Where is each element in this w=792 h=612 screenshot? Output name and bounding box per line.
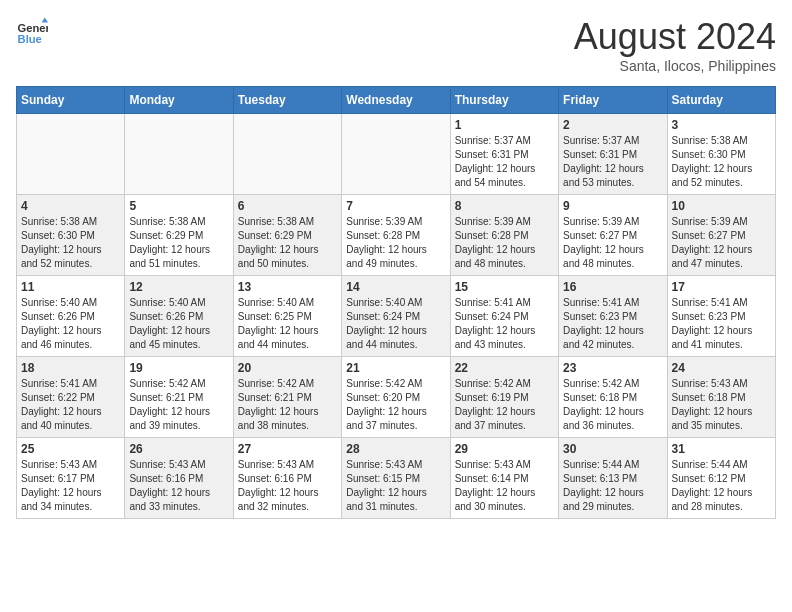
calendar-week-row: 25Sunrise: 5:43 AM Sunset: 6:17 PM Dayli… (17, 438, 776, 519)
day-number: 13 (238, 280, 337, 294)
title-block: August 2024 Santa, Ilocos, Philippines (574, 16, 776, 74)
calendar-cell: 9Sunrise: 5:39 AM Sunset: 6:27 PM Daylig… (559, 195, 667, 276)
day-info: Sunrise: 5:38 AM Sunset: 6:30 PM Dayligh… (21, 215, 120, 271)
day-number: 23 (563, 361, 662, 375)
calendar-cell (17, 114, 125, 195)
day-number: 15 (455, 280, 554, 294)
day-number: 12 (129, 280, 228, 294)
calendar-cell: 8Sunrise: 5:39 AM Sunset: 6:28 PM Daylig… (450, 195, 558, 276)
day-number: 11 (21, 280, 120, 294)
day-info: Sunrise: 5:42 AM Sunset: 6:18 PM Dayligh… (563, 377, 662, 433)
calendar-cell: 22Sunrise: 5:42 AM Sunset: 6:19 PM Dayli… (450, 357, 558, 438)
calendar-cell: 25Sunrise: 5:43 AM Sunset: 6:17 PM Dayli… (17, 438, 125, 519)
calendar-title: August 2024 (574, 16, 776, 58)
day-info: Sunrise: 5:44 AM Sunset: 6:13 PM Dayligh… (563, 458, 662, 514)
calendar-cell: 17Sunrise: 5:41 AM Sunset: 6:23 PM Dayli… (667, 276, 775, 357)
day-info: Sunrise: 5:40 AM Sunset: 6:26 PM Dayligh… (21, 296, 120, 352)
day-info: Sunrise: 5:41 AM Sunset: 6:23 PM Dayligh… (563, 296, 662, 352)
day-info: Sunrise: 5:42 AM Sunset: 6:21 PM Dayligh… (238, 377, 337, 433)
day-number: 31 (672, 442, 771, 456)
logo: General Blue (16, 16, 48, 48)
calendar-cell: 7Sunrise: 5:39 AM Sunset: 6:28 PM Daylig… (342, 195, 450, 276)
day-number: 30 (563, 442, 662, 456)
day-info: Sunrise: 5:40 AM Sunset: 6:25 PM Dayligh… (238, 296, 337, 352)
svg-text:Blue: Blue (18, 33, 42, 45)
weekday-header-row: SundayMondayTuesdayWednesdayThursdayFrid… (17, 87, 776, 114)
day-info: Sunrise: 5:42 AM Sunset: 6:19 PM Dayligh… (455, 377, 554, 433)
day-number: 22 (455, 361, 554, 375)
day-info: Sunrise: 5:43 AM Sunset: 6:15 PM Dayligh… (346, 458, 445, 514)
day-number: 5 (129, 199, 228, 213)
day-number: 14 (346, 280, 445, 294)
day-number: 21 (346, 361, 445, 375)
day-number: 25 (21, 442, 120, 456)
calendar-cell: 21Sunrise: 5:42 AM Sunset: 6:20 PM Dayli… (342, 357, 450, 438)
day-number: 4 (21, 199, 120, 213)
calendar-cell: 10Sunrise: 5:39 AM Sunset: 6:27 PM Dayli… (667, 195, 775, 276)
calendar-cell: 24Sunrise: 5:43 AM Sunset: 6:18 PM Dayli… (667, 357, 775, 438)
calendar-body: 1Sunrise: 5:37 AM Sunset: 6:31 PM Daylig… (17, 114, 776, 519)
day-info: Sunrise: 5:39 AM Sunset: 6:28 PM Dayligh… (346, 215, 445, 271)
svg-marker-2 (42, 18, 48, 23)
calendar-cell: 12Sunrise: 5:40 AM Sunset: 6:26 PM Dayli… (125, 276, 233, 357)
calendar-cell: 20Sunrise: 5:42 AM Sunset: 6:21 PM Dayli… (233, 357, 341, 438)
weekday-header-cell: Sunday (17, 87, 125, 114)
calendar-cell (233, 114, 341, 195)
day-number: 3 (672, 118, 771, 132)
calendar-cell: 14Sunrise: 5:40 AM Sunset: 6:24 PM Dayli… (342, 276, 450, 357)
calendar-cell: 5Sunrise: 5:38 AM Sunset: 6:29 PM Daylig… (125, 195, 233, 276)
calendar-cell: 28Sunrise: 5:43 AM Sunset: 6:15 PM Dayli… (342, 438, 450, 519)
day-info: Sunrise: 5:40 AM Sunset: 6:24 PM Dayligh… (346, 296, 445, 352)
day-number: 8 (455, 199, 554, 213)
day-info: Sunrise: 5:43 AM Sunset: 6:16 PM Dayligh… (238, 458, 337, 514)
calendar-week-row: 11Sunrise: 5:40 AM Sunset: 6:26 PM Dayli… (17, 276, 776, 357)
day-number: 20 (238, 361, 337, 375)
calendar-cell (125, 114, 233, 195)
calendar-cell: 11Sunrise: 5:40 AM Sunset: 6:26 PM Dayli… (17, 276, 125, 357)
day-number: 2 (563, 118, 662, 132)
day-info: Sunrise: 5:37 AM Sunset: 6:31 PM Dayligh… (455, 134, 554, 190)
day-number: 9 (563, 199, 662, 213)
day-info: Sunrise: 5:43 AM Sunset: 6:14 PM Dayligh… (455, 458, 554, 514)
day-number: 29 (455, 442, 554, 456)
day-number: 19 (129, 361, 228, 375)
day-number: 7 (346, 199, 445, 213)
weekday-header-cell: Monday (125, 87, 233, 114)
page-header: General Blue August 2024 Santa, Ilocos, … (16, 16, 776, 74)
day-info: Sunrise: 5:43 AM Sunset: 6:18 PM Dayligh… (672, 377, 771, 433)
calendar-cell: 30Sunrise: 5:44 AM Sunset: 6:13 PM Dayli… (559, 438, 667, 519)
svg-text:General: General (18, 22, 48, 34)
calendar-cell: 3Sunrise: 5:38 AM Sunset: 6:30 PM Daylig… (667, 114, 775, 195)
day-number: 16 (563, 280, 662, 294)
day-info: Sunrise: 5:38 AM Sunset: 6:30 PM Dayligh… (672, 134, 771, 190)
day-number: 24 (672, 361, 771, 375)
day-info: Sunrise: 5:44 AM Sunset: 6:12 PM Dayligh… (672, 458, 771, 514)
weekday-header-cell: Tuesday (233, 87, 341, 114)
day-info: Sunrise: 5:42 AM Sunset: 6:20 PM Dayligh… (346, 377, 445, 433)
calendar-cell: 27Sunrise: 5:43 AM Sunset: 6:16 PM Dayli… (233, 438, 341, 519)
calendar-cell: 16Sunrise: 5:41 AM Sunset: 6:23 PM Dayli… (559, 276, 667, 357)
calendar-cell: 13Sunrise: 5:40 AM Sunset: 6:25 PM Dayli… (233, 276, 341, 357)
calendar-cell: 19Sunrise: 5:42 AM Sunset: 6:21 PM Dayli… (125, 357, 233, 438)
day-info: Sunrise: 5:43 AM Sunset: 6:17 PM Dayligh… (21, 458, 120, 514)
day-number: 26 (129, 442, 228, 456)
calendar-cell: 31Sunrise: 5:44 AM Sunset: 6:12 PM Dayli… (667, 438, 775, 519)
weekday-header-cell: Saturday (667, 87, 775, 114)
calendar-cell: 4Sunrise: 5:38 AM Sunset: 6:30 PM Daylig… (17, 195, 125, 276)
day-info: Sunrise: 5:38 AM Sunset: 6:29 PM Dayligh… (129, 215, 228, 271)
day-number: 17 (672, 280, 771, 294)
calendar-week-row: 4Sunrise: 5:38 AM Sunset: 6:30 PM Daylig… (17, 195, 776, 276)
calendar-cell (342, 114, 450, 195)
day-info: Sunrise: 5:40 AM Sunset: 6:26 PM Dayligh… (129, 296, 228, 352)
day-number: 28 (346, 442, 445, 456)
day-info: Sunrise: 5:42 AM Sunset: 6:21 PM Dayligh… (129, 377, 228, 433)
logo-icon: General Blue (16, 16, 48, 48)
calendar-subtitle: Santa, Ilocos, Philippines (574, 58, 776, 74)
weekday-header-cell: Friday (559, 87, 667, 114)
day-info: Sunrise: 5:41 AM Sunset: 6:24 PM Dayligh… (455, 296, 554, 352)
day-info: Sunrise: 5:39 AM Sunset: 6:27 PM Dayligh… (563, 215, 662, 271)
day-info: Sunrise: 5:41 AM Sunset: 6:23 PM Dayligh… (672, 296, 771, 352)
day-info: Sunrise: 5:39 AM Sunset: 6:28 PM Dayligh… (455, 215, 554, 271)
calendar-table: SundayMondayTuesdayWednesdayThursdayFrid… (16, 86, 776, 519)
calendar-cell: 2Sunrise: 5:37 AM Sunset: 6:31 PM Daylig… (559, 114, 667, 195)
